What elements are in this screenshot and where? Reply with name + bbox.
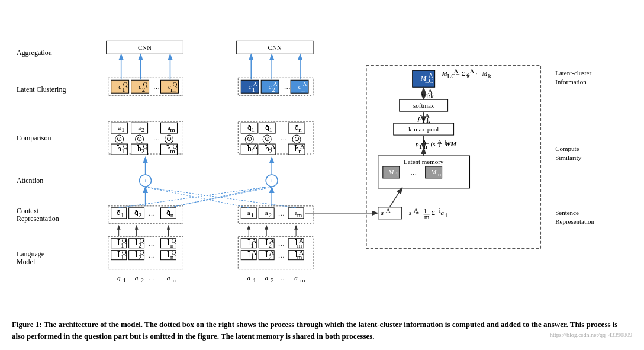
c1q-label: c (118, 83, 121, 90)
lhat1a-label: l̄ (247, 239, 250, 246)
c2a-label: c (269, 83, 272, 90)
bottom-am: a (294, 274, 298, 281)
h2q-sup: Q (143, 143, 148, 150)
cna-sup: A (302, 81, 307, 88)
q1-sub: 1 (121, 211, 124, 219)
cmq-sup: Q (173, 81, 178, 88)
odot1a-sym: ⊙ (247, 135, 252, 142)
mlc-a-sup: A (429, 72, 433, 79)
mlc-equals: = Σ (456, 70, 465, 77)
right-label-lc-1: Latent-cluster (555, 69, 591, 76)
label-aggregation: Aggregation (17, 49, 52, 57)
mlc-mk-sub: k (488, 72, 491, 79)
sa-eq: = (416, 209, 419, 216)
cnn-a-label: CNN (268, 44, 282, 51)
h1q-sup: Q (123, 143, 128, 150)
abar2q-sub: 2 (141, 126, 144, 133)
label-comparison: Comparison (17, 134, 51, 142)
h1a-sup: A (253, 143, 257, 150)
lnq-sup: Q (172, 249, 176, 256)
m1-label: M (388, 168, 394, 175)
am-sub: m (297, 211, 302, 219)
abar1q-sub: 1 (121, 126, 124, 133)
cross-line-5 (146, 187, 249, 208)
lhat1q-label: l̄ (117, 239, 120, 246)
qbar2a-sub: 1 (269, 126, 272, 133)
dots-cq: … (153, 83, 160, 90)
mlc-dot-mk: · (476, 70, 478, 77)
right-label-cs-2: Similarity (555, 154, 581, 161)
sa-ai: ā (441, 209, 445, 216)
dots-q-ctx: … (149, 210, 155, 217)
label-language-model-1: Language (17, 250, 44, 258)
dots-lq: … (149, 252, 155, 259)
qbarna-sub: n (298, 126, 302, 133)
p-eq: = (s (426, 140, 436, 148)
p-WM: WM (445, 140, 458, 147)
bottom-qn-sub: n (172, 277, 176, 284)
m1-sub: 1 (395, 171, 398, 178)
diagram-area: Aggregation Latent Clustering Comparison… (12, 6, 632, 314)
l1a-sup: A (252, 249, 256, 256)
dots-la: … (278, 252, 285, 259)
a1-sub: 1 (250, 211, 253, 219)
bottom-dots-q: … (149, 274, 155, 281)
sa-label: s (381, 209, 384, 216)
pbar-sub: 1:k (422, 117, 431, 124)
lma-sup: A (299, 249, 304, 256)
cross-line-2 (119, 187, 266, 208)
p-wm: ) (439, 140, 441, 148)
latent-memory-title: Latent memory (404, 158, 444, 165)
l1a-label: l̄ (247, 251, 250, 258)
odot2a-sym: ⊙ (265, 135, 270, 142)
right-label-lc-2: Information (555, 78, 587, 85)
sa-m: m (424, 213, 430, 220)
sa-formula: s (409, 209, 411, 216)
hna-sup: A (300, 143, 305, 150)
cross-line-3 (168, 187, 272, 208)
bottom-a1: a (247, 274, 250, 281)
plus-q-sym: + (143, 177, 147, 184)
dots-ha: … (281, 134, 287, 142)
hmq-sup: Q (173, 143, 178, 150)
mlc-mk: M (481, 70, 488, 77)
l1q-sup: Q (122, 249, 127, 256)
l2a-label: l̄ (265, 251, 268, 258)
figure-caption: Figure 1: The architecture of the model.… (12, 314, 632, 344)
bottom-dots-a: … (278, 274, 285, 281)
dots-hq: … (153, 134, 160, 142)
c1q-sup: Q (123, 81, 128, 88)
lhat2a-label: l̄ (265, 239, 268, 246)
lhat2a-sup: A (269, 237, 274, 244)
lhat1a-sup: A (252, 237, 256, 244)
a2-sub: 2 (268, 211, 271, 219)
a2-label: ā (265, 209, 268, 216)
sa-sum-sym: Σ (432, 209, 435, 216)
lhat1q-sup: Q (122, 237, 127, 244)
caption-bold: Figure 1: (12, 320, 44, 329)
qn-sub: n (170, 211, 174, 219)
odot1q-sym: ⊙ (117, 135, 122, 142)
plus-a-sym: + (270, 177, 273, 184)
diagram-svg: Aggregation Latent Clustering Comparison… (12, 6, 632, 314)
bottom-q2: q (135, 274, 139, 281)
lhatnq-label: l̄ (167, 239, 169, 246)
dots-lhata: … (278, 240, 285, 247)
label-language-model-2: Model (17, 258, 36, 266)
q2-sub: 2 (139, 211, 141, 219)
mlc-alpha-sup: A (470, 68, 475, 75)
lhat2q-sup: Q (140, 237, 144, 244)
a1-label: ā (247, 209, 250, 216)
l2a-sup: A (269, 249, 274, 256)
cnn-q-label: CNN (138, 44, 152, 51)
lhatnq-sup: Q (172, 237, 176, 244)
mlc-alpha: α (466, 70, 469, 77)
bottom-a2-sub: 2 (271, 277, 273, 284)
l1q-label: l̄ (117, 251, 120, 258)
sa-sup: A (386, 207, 391, 214)
lnq-label: l̄ (167, 251, 169, 258)
sa-ai-sub: i (446, 211, 447, 219)
alpha-sub: 1:k (426, 92, 434, 99)
dots-memory: … (410, 169, 417, 176)
main-container: Aggregation Latent Clustering Comparison… (0, 0, 644, 350)
